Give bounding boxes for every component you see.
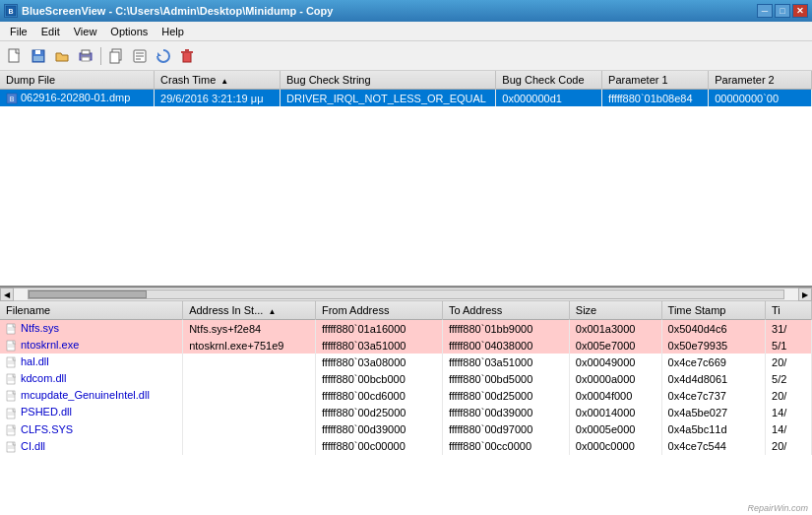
svg-rect-17: [181, 51, 193, 53]
upper-table-header: Dump File Crash Time ▲ Bug Check String …: [0, 71, 812, 90]
col-ti[interactable]: Ti: [766, 301, 812, 320]
scroll-right-btn[interactable]: ▶: [798, 288, 812, 301]
table-row[interactable]: CI.dllfffff880`00c00000fffff880`00cc0000…: [0, 438, 812, 455]
sort-arrow-crash-time: ▲: [220, 77, 228, 86]
table-row[interactable]: mcupdate_GenuineIntel.dllfffff880`00cd60…: [0, 387, 812, 404]
menu-file[interactable]: File: [4, 24, 33, 39]
minimize-button[interactable]: ─: [757, 4, 773, 18]
close-button[interactable]: ✕: [792, 4, 808, 18]
svg-rect-7: [82, 50, 90, 54]
table-row[interactable]: PSHED.dllfffff880`00d25000fffff880`00d39…: [0, 404, 812, 420]
menu-edit[interactable]: Edit: [35, 24, 66, 39]
svg-rect-16: [183, 52, 191, 62]
file-icon: [6, 322, 21, 334]
toolbar-delete[interactable]: [176, 45, 198, 67]
row-icon: B: [6, 92, 21, 103]
svg-rect-4: [35, 50, 40, 54]
col-crash-time[interactable]: Crash Time ▲: [155, 71, 281, 90]
svg-text:B: B: [8, 8, 13, 15]
col-parameter2[interactable]: Parameter 2: [709, 71, 812, 90]
maximize-button[interactable]: □: [775, 4, 790, 18]
table-row[interactable]: hal.dllfffff880`03a08000fffff880`03a5100…: [0, 354, 812, 370]
file-icon: [6, 339, 21, 351]
menu-view[interactable]: View: [68, 24, 103, 39]
toolbar-separator-1: [100, 47, 101, 65]
file-icon: [6, 355, 21, 367]
upper-table: Dump File Crash Time ▲ Bug Check String …: [0, 71, 812, 106]
col-address-in-st[interactable]: Address In St... ▲: [183, 301, 316, 320]
scroll-left-btn[interactable]: ◀: [0, 288, 14, 301]
toolbar-open[interactable]: [51, 45, 73, 67]
toolbar-print[interactable]: [75, 45, 96, 67]
app-icon: B: [4, 4, 18, 18]
window-title: BlueScreenView - C:\Users\Admin\Desktop\…: [22, 5, 333, 17]
toolbar-properties[interactable]: [129, 45, 151, 67]
table-row[interactable]: ntoskrnl.exentoskrnl.exe+751e9fffff880`0…: [0, 337, 812, 354]
svg-rect-8: [82, 57, 90, 61]
col-to-address[interactable]: To Address: [442, 301, 569, 320]
menu-help[interactable]: Help: [156, 24, 190, 39]
table-row[interactable]: B062916-20280-01.dmp29/6/2016 3:21:19 μμ…: [0, 90, 812, 107]
svg-rect-10: [110, 52, 119, 63]
file-icon: [6, 423, 21, 435]
table-row[interactable]: Ntfs.sysNtfs.sys+f2e84fffff880`01a16000f…: [0, 320, 812, 338]
col-size[interactable]: Size: [569, 301, 661, 320]
toolbar-refresh[interactable]: [153, 45, 174, 67]
main-content: Dump File Crash Time ▲ Bug Check String …: [0, 71, 812, 515]
col-timestamp[interactable]: Time Stamp: [661, 301, 765, 320]
toolbar-new[interactable]: [4, 45, 26, 67]
file-icon: [6, 389, 21, 401]
toolbar-save[interactable]: [28, 45, 49, 67]
table-row[interactable]: kdcom.dllfffff880`00bcb000fffff880`00bd5…: [0, 370, 812, 387]
sort-arrow-address: ▲: [268, 307, 276, 316]
table-row[interactable]: CLFS.SYSfffff880`00d39000fffff880`00d970…: [0, 421, 812, 438]
lower-table-header: Filename Address In St... ▲ From Address…: [0, 301, 812, 320]
file-icon: [6, 372, 21, 384]
title-bar: B BlueScreenView - C:\Users\Admin\Deskto…: [0, 0, 812, 22]
lower-table: Filename Address In St... ▲ From Address…: [0, 301, 812, 455]
window-controls: ─ □ ✕: [757, 4, 808, 18]
toolbar: [0, 41, 812, 71]
toolbar-copy[interactable]: [105, 45, 127, 67]
file-icon: [6, 440, 21, 452]
svg-text:B: B: [10, 96, 15, 102]
watermark: RepairWin.com: [748, 503, 808, 513]
scrollbar-track[interactable]: [28, 290, 784, 299]
col-from-address[interactable]: From Address: [315, 301, 442, 320]
svg-rect-18: [185, 49, 189, 51]
file-icon: [6, 406, 21, 418]
horizontal-scrollbar[interactable]: ◀ ▶: [0, 288, 812, 301]
menu-options[interactable]: Options: [104, 24, 154, 39]
col-bug-check-string[interactable]: Bug Check String: [281, 71, 496, 90]
col-parameter1[interactable]: Parameter 1: [602, 71, 709, 90]
col-dump-file[interactable]: Dump File: [0, 71, 155, 90]
menu-bar: File Edit View Options Help: [0, 22, 812, 41]
upper-table-container: Dump File Crash Time ▲ Bug Check String …: [0, 71, 812, 288]
scrollbar-thumb[interactable]: [29, 290, 147, 298]
svg-marker-15: [157, 52, 161, 56]
lower-table-container: Filename Address In St... ▲ From Address…: [0, 301, 812, 515]
col-bug-check-code[interactable]: Bug Check Code: [496, 71, 602, 90]
col-filename[interactable]: Filename: [0, 301, 183, 320]
svg-rect-5: [33, 56, 43, 61]
